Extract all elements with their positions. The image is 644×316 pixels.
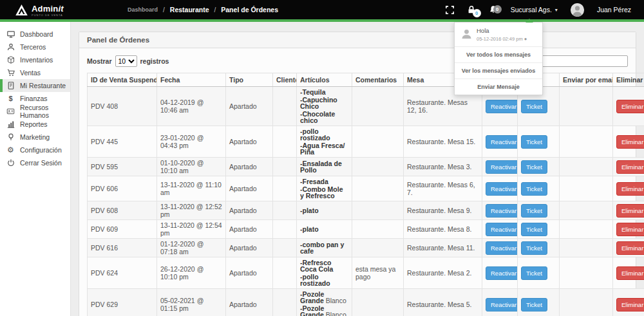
eliminar-button[interactable]: Eliminar [616, 182, 644, 196]
sidebar-item-cerrar-sesion[interactable]: Cerrar Sesión [0, 156, 70, 169]
column-header-id-de-venta-suspendida[interactable]: ID de Venta Suspendida [88, 73, 157, 87]
sidebar-item-ventas[interactable]: Ventas [0, 66, 70, 79]
cell-articulos: -Refresco Coca Cola-pollo rostizado [297, 257, 352, 289]
breadcrumb-dashboard[interactable]: Dashboard [128, 6, 158, 13]
sidebar-item-mi-restaurante[interactable]: Mi Restaurante [0, 79, 70, 92]
sidebar-item-recursos-humanos[interactable]: Recursos Humanos [0, 105, 70, 118]
column-header-tipo[interactable]: Tipo [226, 73, 273, 87]
cell-tipo: Apartado [226, 239, 273, 257]
finanzas-icon: $ [6, 95, 15, 102]
eliminar-button[interactable]: Eliminar [616, 298, 644, 311]
cell-ticket: Ticket [518, 126, 560, 158]
breadcrumb: Dashboard / Restaurante / Panel de Órden… [128, 6, 278, 14]
cell-cliente [273, 257, 297, 289]
cell-eliminar: Eliminar [613, 289, 644, 316]
orders-panel-title: Panel de Órdenes [79, 32, 636, 48]
breadcrumb-separator: / [163, 6, 165, 14]
cell-articulos: -Ensalada de Pollo [297, 158, 352, 176]
column-header-cliente[interactable]: Cliente [273, 73, 297, 87]
ventas-icon [6, 69, 15, 77]
ticket-button[interactable]: Ticket [521, 241, 547, 255]
breadcrumb-restaurante[interactable]: Restaurante [170, 6, 209, 14]
show-entries-select[interactable]: 10 [115, 55, 137, 67]
reactivar-button[interactable]: Reactivar [486, 266, 518, 280]
sidebar-item-finanzas[interactable]: $Finanzas [0, 92, 70, 105]
eliminar-button[interactable]: Eliminar [616, 160, 644, 174]
eliminar-button[interactable]: Eliminar [616, 241, 644, 255]
reactivar-button[interactable]: Reactivar [486, 298, 518, 311]
table-header-row: ID de Venta SuspendidaFechaTipoClienteAr… [88, 73, 644, 87]
cell-reactivar: Reactivar [482, 158, 518, 176]
eliminar-button[interactable]: Eliminar [616, 204, 644, 218]
user-avatar[interactable] [571, 3, 584, 17]
reactivar-button[interactable]: Reactivar [486, 100, 518, 113]
reactivar-button[interactable]: Reactivar [486, 204, 518, 218]
cell-enviar-por-email [560, 176, 613, 201]
sidebar-item-inventarios[interactable]: Inventarios [0, 53, 70, 66]
dropdown-item-ver-los-mensajes-enviados[interactable]: Ver los mensajes enviados [455, 62, 542, 79]
sidebar-item-marketing[interactable]: Marketing [0, 131, 70, 144]
search-input[interactable] [531, 55, 628, 67]
articulo-line: -Fresada [300, 178, 348, 185]
sidebar-item-label: Reportes [20, 120, 48, 128]
articulo-line: -Refresco Coca Cola [300, 259, 348, 273]
sidebar-item-label: Ventas [20, 69, 41, 77]
articulo-line: -pollo rostizado [300, 273, 348, 287]
dropdown-item-enviar-mensaje[interactable]: Enviar Mensaje [455, 79, 542, 95]
sidebar-item-configuracion[interactable]: ⚙Configuración [0, 144, 70, 156]
branch-selector[interactable]: Sucursal Ags. ▾ [511, 6, 558, 14]
reactivar-button[interactable]: Reactivar [486, 241, 518, 255]
eliminar-button[interactable]: Eliminar [616, 100, 644, 113]
column-header-articulos[interactable]: Artículos [297, 73, 352, 87]
column-header-enviar-por-email[interactable]: Enviar por email [560, 73, 613, 87]
cell-fecha: 01-10-2020 @ 10:10 am [157, 158, 226, 176]
sidebar-item-terceros[interactable]: Terceros [0, 41, 70, 53]
reactivar-button[interactable]: Reactivar [486, 182, 518, 196]
cell-fecha: 04-12-2019 @ 10:46 am [157, 87, 226, 126]
cell-eliminar: Eliminar [613, 87, 644, 126]
ticket-button[interactable]: Ticket [521, 160, 547, 174]
show-entries-label: Mostrar [87, 57, 112, 65]
column-header-eliminar[interactable]: Eliminar [613, 73, 644, 87]
cell-ticket: Ticket [518, 257, 560, 289]
ticket-button[interactable]: Ticket [521, 223, 547, 236]
dropdown-item-ver-todos-los-mensajes[interactable]: Ver todos los mensajes [455, 46, 542, 62]
logo[interactable]: Adminit PUNTO DE VENTA [15, 3, 112, 17]
breadcrumb-panel-de-ordenes[interactable]: Panel de Órdenes [221, 6, 278, 14]
table-row: PDV 60913-11-2020 @ 12:54 pmApartado-pla… [88, 220, 644, 239]
ticket-button[interactable]: Ticket [521, 182, 547, 196]
table-row: PDV 44523-01-2020 @ 04:43 pmApartado-pol… [88, 126, 644, 158]
fullscreen-icon[interactable] [446, 6, 454, 14]
column-header-fecha[interactable]: Fecha [157, 73, 226, 87]
cell-ticket: Ticket [518, 201, 560, 220]
breadcrumb-separator: / [214, 6, 216, 14]
reactivar-button[interactable]: Reactivar [486, 160, 518, 174]
ticket-button[interactable]: Ticket [521, 298, 547, 311]
eliminar-button[interactable]: Eliminar [616, 135, 644, 149]
reactivar-button[interactable]: Reactivar [486, 223, 518, 236]
table-row: PDV 60613-11-2020 @ 11:10 amApartado-Fre… [88, 176, 644, 201]
column-header-comentarios[interactable]: Comentarios [352, 73, 404, 87]
sidebar-item-dashboard[interactable]: Dashboard [0, 28, 70, 41]
cell-eliminar: Eliminar [613, 257, 644, 289]
cell-mesa: Restaurante. Mesa 11. [404, 239, 482, 257]
cerrar-sesion-icon [6, 159, 15, 167]
cell-tipo: Apartado [226, 201, 273, 220]
articulo-line: -pollo rostizado [300, 127, 348, 142]
ticket-button[interactable]: Ticket [521, 100, 547, 113]
cell-venta-id: PDV 606 [88, 176, 157, 201]
notifications-bell-icon[interactable]: 0 [489, 5, 498, 14]
table-row: PDV 62426-12-2020 @ 10:10 pmApartado-Ref… [88, 257, 644, 289]
sidebar-item-label: Dashboard [20, 30, 53, 38]
sidebar-item-label: Configuración [20, 146, 62, 154]
cart-lock-icon[interactable]: 0 [467, 5, 476, 14]
cell-ticket: Ticket [518, 158, 560, 176]
reactivar-button[interactable]: Reactivar [486, 135, 518, 149]
ticket-button[interactable]: Ticket [521, 204, 547, 218]
eliminar-button[interactable]: Eliminar [616, 266, 644, 280]
message-item[interactable]: Hola 05-12-2016 02:49 pm ● [455, 23, 542, 46]
ticket-button[interactable]: Ticket [521, 135, 547, 149]
ticket-button[interactable]: Ticket [521, 266, 547, 280]
eliminar-button[interactable]: Eliminar [616, 223, 644, 236]
sidebar-item-reportes[interactable]: Reportes [0, 118, 70, 131]
